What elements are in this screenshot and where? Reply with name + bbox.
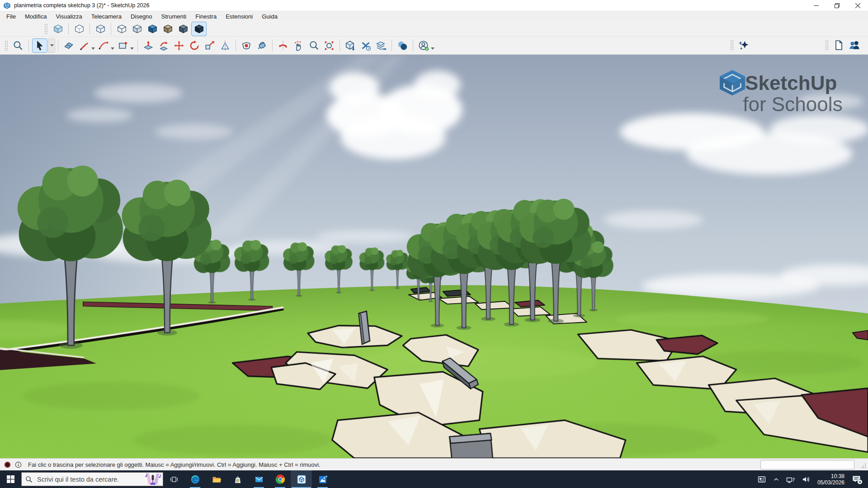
shaded-style-icon[interactable] (130, 22, 144, 36)
taskbar-clock[interactable]: 10:38 05/03/2026 (814, 473, 848, 486)
info-icon[interactable] (15, 461, 22, 468)
select-tool-dropdown-icon[interactable] (48, 38, 55, 53)
geolocation-icon[interactable] (4, 461, 11, 468)
shaded-with-textures-style-icon[interactable] (145, 22, 160, 36)
orbit-tool-icon[interactable] (276, 39, 290, 52)
rotate-tool-icon[interactable] (187, 39, 202, 52)
sketchup-logo-icon (3, 1, 11, 9)
start-button[interactable] (0, 470, 21, 488)
menu-telecamera[interactable]: Telecamera (87, 12, 126, 21)
menu-modifica[interactable]: Modifica (20, 12, 51, 21)
toolbar-drag-handle[interactable] (5, 40, 8, 51)
window-title: planimetria completa sketchup 3 (2)* - S… (14, 2, 149, 9)
extension-warehouse-icon[interactable] (359, 39, 373, 52)
chat-icon[interactable] (395, 39, 410, 52)
tags-share-icon[interactable] (374, 39, 388, 52)
watermark-brand: SketchUp (745, 72, 837, 94)
menu-estensioni[interactable]: Estensioni (221, 12, 257, 21)
network-icon[interactable] (783, 470, 798, 488)
taskbar-search[interactable] (21, 472, 163, 486)
styles-toolbar (0, 21, 868, 37)
select-tool-icon[interactable] (32, 38, 47, 53)
zoom-extents-tool-icon[interactable] (322, 39, 336, 52)
menu-file[interactable]: File (2, 12, 20, 21)
ambient-occlusion-style-icon[interactable] (191, 22, 207, 36)
sketchup-icon[interactable] (291, 470, 312, 488)
chrome-icon[interactable] (269, 470, 291, 488)
push-pull-tool-icon[interactable] (141, 39, 156, 52)
tools-toolbar (0, 37, 868, 54)
search-icon (25, 476, 33, 483)
search-sketchup-icon[interactable] (11, 39, 25, 52)
color-by-tag-style-icon[interactable] (176, 22, 190, 36)
status-hint: Fai clic o trascina per selezionare gli … (28, 461, 321, 468)
toolbar-area (0, 21, 868, 55)
scale-tool-icon[interactable] (203, 39, 217, 52)
task-view-icon[interactable] (163, 470, 184, 488)
monochrome-style-icon[interactable] (160, 22, 175, 36)
ai-sparkles-icon[interactable] (736, 38, 751, 52)
zoom-tool-icon[interactable] (307, 39, 321, 52)
clock-time: 10:38 (817, 473, 844, 479)
account-icon[interactable] (416, 39, 431, 52)
account-dropdown-icon[interactable] (431, 47, 434, 50)
menu-strumenti[interactable]: Strumenti (157, 12, 191, 21)
notifications-icon[interactable]: 4 (848, 470, 865, 488)
arc-tool-icon[interactable] (96, 39, 111, 52)
arc-tool-dropdown-icon[interactable] (111, 47, 114, 50)
warehouse-download-icon[interactable] (343, 39, 358, 52)
toolbar-drag-handle[interactable] (730, 40, 733, 51)
status-bar: Fai clic o trascina per selezionare gli … (0, 458, 868, 471)
microsoft-store-icon[interactable] (227, 470, 248, 488)
search-input[interactable] (36, 475, 143, 483)
menu-disegno[interactable]: Disegno (126, 12, 157, 21)
sketchup-window: planimetria completa sketchup 3 (2)* - S… (0, 0, 868, 488)
move-tool-icon[interactable] (172, 39, 186, 52)
pan-tool-icon[interactable] (291, 39, 306, 52)
news-icon[interactable] (754, 470, 769, 488)
edge-icon[interactable] (184, 470, 206, 488)
mail-icon[interactable] (248, 470, 269, 488)
wireframe-style-icon[interactable] (93, 22, 108, 36)
line-tool-icon[interactable] (77, 39, 91, 52)
xray-style-icon[interactable] (51, 22, 65, 36)
menu-finestra[interactable]: Finestra (191, 12, 221, 21)
menu-guida[interactable]: Guida (257, 12, 282, 21)
system-tray: 10:38 05/03/2026 4 (754, 470, 868, 488)
paint-bucket-tool-icon[interactable] (255, 39, 269, 52)
3d-viewport[interactable]: SketchUp for Schools (0, 55, 868, 458)
photos-icon[interactable] (312, 470, 333, 488)
resize-grip-icon[interactable] (861, 462, 866, 470)
back-edges-style-icon[interactable] (72, 22, 86, 36)
close-icon[interactable] (847, 0, 868, 11)
file-explorer-icon[interactable] (206, 470, 227, 488)
watermark-sub: for Schools (743, 94, 843, 116)
3d-viewport-scene: SketchUp for Schools (0, 55, 868, 458)
new-document-icon[interactable] (831, 38, 846, 52)
windows-taskbar: 10:38 05/03/2026 4 (0, 470, 868, 488)
look-around-tool-icon[interactable] (239, 39, 254, 52)
measurements-input[interactable] (760, 460, 854, 469)
axes-tool-icon[interactable] (218, 39, 232, 52)
follow-me-tool-icon[interactable] (156, 39, 171, 52)
rectangle-tool-dropdown-icon[interactable] (130, 47, 134, 50)
rectangle-tool-icon[interactable] (116, 39, 130, 52)
collaborators-icon[interactable] (847, 38, 861, 52)
gray-slab (449, 433, 493, 458)
volume-icon[interactable] (798, 470, 814, 488)
chevron-up-icon[interactable] (769, 470, 783, 488)
menu-bar: File Modifica Visualizza Telecamera Dise… (0, 11, 868, 21)
eraser-tool-icon[interactable] (61, 39, 76, 52)
title-bar: planimetria completa sketchup 3 (2)* - S… (0, 0, 868, 11)
search-highlight-art-icon (143, 473, 163, 486)
toolbar-drag-handle[interactable] (825, 40, 828, 51)
menu-visualizza[interactable]: Visualizza (51, 12, 86, 21)
clock-date: 05/03/2026 (817, 479, 844, 486)
notification-badge: 4 (859, 480, 861, 484)
minimize-icon[interactable] (806, 0, 826, 11)
restore-icon[interactable] (826, 0, 847, 11)
line-tool-dropdown-icon[interactable] (91, 47, 95, 50)
toolbar-drag-handle[interactable] (44, 23, 47, 34)
hidden-line-style-icon[interactable] (114, 22, 129, 36)
